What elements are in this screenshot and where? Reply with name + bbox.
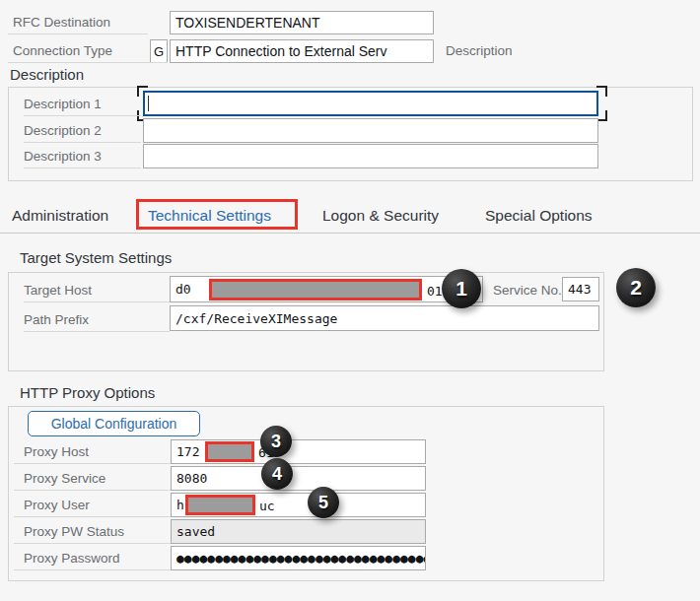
row-divider xyxy=(14,543,171,544)
path-prefix-input[interactable]: /cxf/ReceiveXIMessage xyxy=(170,305,599,331)
redaction-proxy-user xyxy=(185,495,255,515)
row-divider xyxy=(24,142,141,143)
redaction-target-host xyxy=(209,279,422,300)
proxy-host-label: Proxy Host xyxy=(24,444,89,459)
path-prefix-label: Path Prefix xyxy=(24,312,89,327)
redaction-proxy-host xyxy=(205,441,254,462)
focus-corner-mark xyxy=(596,86,607,97)
tab-logon-security[interactable]: Logon & Security xyxy=(322,207,439,225)
row-divider xyxy=(14,569,171,570)
description-2-input[interactable] xyxy=(143,118,598,143)
proxy-user-suffix: uc xyxy=(259,499,275,513)
connection-type-label: Connection Type xyxy=(13,43,112,58)
description-column-label: Description xyxy=(446,43,513,58)
row-divider xyxy=(8,62,168,63)
row-divider xyxy=(8,33,148,34)
proxy-password-label: Proxy Password xyxy=(24,551,120,566)
callout-badge-1: 1 xyxy=(442,269,481,308)
http-proxy-options-title: HTTP Proxy Options xyxy=(20,384,155,401)
rfc-destination-screen: RFC Destination TOXISENDERTENANT Connect… xyxy=(0,0,700,601)
row-divider xyxy=(24,331,170,332)
target-host-label: Target Host xyxy=(24,283,92,298)
proxy-pw-status-field: saved xyxy=(171,519,426,544)
proxy-user-label: Proxy User xyxy=(24,498,90,512)
row-divider xyxy=(24,167,141,168)
description-1-label: Description 1 xyxy=(24,97,102,111)
global-configuration-button[interactable]: Global Configuration xyxy=(28,411,200,436)
description-3-input[interactable] xyxy=(143,144,598,168)
tab-administration[interactable]: Administration xyxy=(12,207,108,225)
rfc-destination-label: RFC Destination xyxy=(13,15,110,30)
service-no-label: Service No. xyxy=(493,283,562,298)
connection-type-code-field[interactable]: G xyxy=(150,39,168,63)
connection-type-text-field[interactable]: HTTP Connection to External Serv xyxy=(170,39,434,63)
callout-badge-3: 3 xyxy=(260,426,292,457)
annotation-box-technical-settings xyxy=(136,199,298,230)
row-divider xyxy=(24,115,141,116)
description-section-title: Description xyxy=(10,66,84,83)
row-divider xyxy=(14,490,171,491)
proxy-password-input[interactable]: ●●●●●●●●●●●●●●●●●●●●●●●●●●●●●●●●●● xyxy=(171,546,426,570)
target-system-settings-title: Target System Settings xyxy=(20,249,172,266)
text-cursor xyxy=(148,96,149,111)
service-no-input[interactable]: 443 xyxy=(562,277,599,301)
tabstrip-divider xyxy=(0,233,700,234)
proxy-service-input[interactable]: 8080 xyxy=(171,466,426,491)
proxy-pw-status-label: Proxy PW Status xyxy=(24,524,124,539)
row-divider xyxy=(14,463,171,464)
description-3-label: Description 3 xyxy=(24,149,102,164)
callout-badge-5: 5 xyxy=(308,487,339,518)
callout-badge-4: 4 xyxy=(261,458,293,490)
rfc-destination-field[interactable]: TOXISENDERTENANT xyxy=(170,11,434,34)
row-divider xyxy=(14,516,171,517)
proxy-service-label: Proxy Service xyxy=(24,471,105,486)
description-1-input[interactable] xyxy=(143,91,598,116)
tab-special-options[interactable]: Special Options xyxy=(485,207,593,225)
callout-badge-2: 2 xyxy=(616,268,656,307)
row-divider xyxy=(24,301,170,302)
focus-corner-mark xyxy=(137,86,148,97)
description-2-label: Description 2 xyxy=(24,123,102,138)
